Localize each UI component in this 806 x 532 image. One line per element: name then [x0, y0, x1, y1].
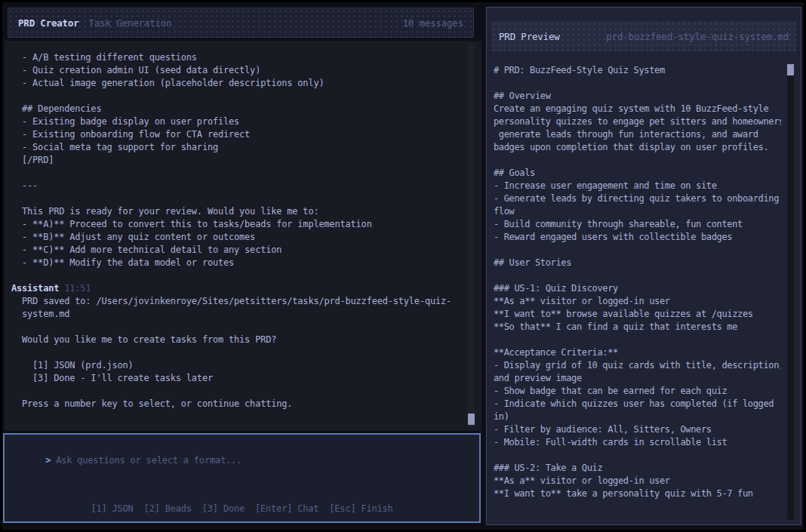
chat-line: - **B)** Adjust any quiz content or outc…: [11, 231, 465, 244]
chat-line: - **D)** Modify the data model or routes: [11, 257, 465, 269]
preview-line: - Reward engaged users with collectible …: [494, 231, 781, 244]
chat-line: Would you like me to create tasks from t…: [11, 334, 465, 346]
chat-line: [3] Done - I'll create tasks later: [11, 372, 465, 385]
chat-line-text: - Quiz creation admin UI (seed data dire…: [11, 65, 260, 75]
chat-line: Press a number key to select, or continu…: [11, 398, 465, 411]
preview-line: - Indicate which quizzes user has comple…: [494, 398, 781, 411]
chat-line: - **A)** Proceed to convert this to task…: [11, 218, 465, 231]
preview-line: **I want to** take a personality quiz wi…: [494, 487, 781, 500]
chat-line: - Quiz creation admin UI (seed data dire…: [11, 64, 465, 77]
input-placeholder: Ask questions or select a format...: [56, 455, 241, 466]
input-line[interactable]: >Ask questions or select a format...: [14, 441, 241, 454]
chat-scrollbar[interactable]: [468, 44, 475, 427]
preview-header: PRD Preview prd-buzzfeed-style-quiz-syst…: [491, 21, 796, 51]
preview-line: - Display grid of 10 quiz cards with tit…: [494, 359, 781, 372]
hotkey-hints: [1] JSON[2] Beads[3] Done[Enter] Chat[Es…: [5, 503, 479, 515]
preview-line: [494, 154, 781, 167]
chat-line-text: - Actual image generation (placeholder d…: [11, 78, 324, 88]
chat-line-text: - **D)** Modify the data model or routes: [11, 257, 234, 268]
chat-line: [11, 346, 465, 359]
preview-line: - Build community through shareable, fun…: [494, 218, 781, 231]
preview-line: - Generate leads by directing quiz taker…: [494, 192, 781, 205]
preview-line: Create an engaging quiz system with 10 B…: [494, 103, 781, 115]
preview-line: # PRD: BuzzFeed-Style Quiz System: [494, 64, 781, 77]
chat-line-text: Would you like me to create tasks from t…: [11, 334, 276, 345]
chat-line: [11, 90, 465, 103]
preview-line: in): [494, 411, 781, 423]
chat-line: [1] JSON (prd.json): [11, 359, 465, 372]
chat-line: - **C)** Add more technical detail to an…: [11, 244, 465, 257]
preview-line: [494, 77, 781, 90]
chat-line-text: ## Dependencies: [11, 103, 101, 114]
chat-line-text: [3] Done - I'll create tasks later: [11, 373, 213, 383]
preview-line: ## Overview: [494, 90, 781, 103]
preview-title: PRD Preview: [499, 31, 560, 42]
preview-filename: prd-buzzfeed-style-quiz-system.md: [606, 31, 789, 42]
chat-line: [11, 192, 465, 205]
preview-line: [494, 269, 781, 282]
chat-line: - Existing onboarding flow for CTA redir…: [11, 128, 465, 141]
preview-line: [494, 244, 781, 257]
preview-line: **As a** visitor or logged-in user: [494, 475, 781, 487]
preview-line: personality quizzes to engage pet sitter…: [494, 115, 781, 128]
chat-line-text: - Existing badge display on user profile…: [11, 116, 239, 127]
preview-line: - Mobile: Full-width cards in scrollable…: [494, 436, 781, 449]
chat-line: - Existing badge display on user profile…: [11, 115, 465, 128]
chat-line-text: - Social meta tag support for sharing: [11, 142, 218, 152]
hotkey-hint: [3] Done: [202, 503, 245, 515]
message-count-badge: 10 messages: [402, 17, 463, 29]
chat-line-text: Press a number key to select, or continu…: [11, 398, 292, 409]
chat-line: [11, 167, 465, 180]
preview-line: - Increase user engagement and time on s…: [494, 180, 781, 192]
chat-line-text: - **B)** Adjust any quiz content or outc…: [11, 232, 255, 242]
message-timestamp: 11:51: [64, 283, 91, 294]
chat-line: ## Dependencies: [11, 103, 465, 115]
chat-line-text: PRD saved to: /Users/jovinkenroye/Sites/…: [11, 296, 451, 306]
prompt-icon: >: [45, 455, 51, 466]
preview-line: flow: [494, 205, 781, 218]
preview-panel: PRD Preview prd-buzzfeed-style-quiz-syst…: [486, 7, 801, 525]
preview-line: ### US-2: Take a Quiz: [494, 462, 781, 475]
preview-line: [494, 334, 781, 346]
preview-line: and preview image: [494, 372, 781, 385]
chat-line: - Actual image generation (placeholder d…: [11, 77, 465, 90]
preview-line: ### US-1: Quiz Discovery: [494, 282, 781, 295]
chat-line: [11, 269, 465, 282]
chat-line: system.md: [11, 308, 465, 321]
chat-line-text: - **C)** Add more technical detail to an…: [11, 244, 281, 255]
chat-transcript: - A/B testing different questions - Quiz…: [5, 41, 481, 431]
chat-line: [11, 385, 465, 398]
preview-line: **So that** I can find a quiz that inter…: [494, 321, 781, 334]
preview-line: ## User Stories: [494, 257, 781, 269]
chat-line: This PRD is ready for your review. Would…: [11, 205, 465, 218]
chat-lines: - A/B testing different questions - Quiz…: [11, 51, 465, 411]
chat-line: [/PRD]: [11, 154, 465, 167]
chat-line-text: [1] JSON (prd.json): [11, 360, 134, 371]
speaker-label: Assistant: [11, 283, 59, 294]
hotkey-hint: [1] JSON: [91, 503, 133, 515]
hotkey-hint: [Esc] Finish: [329, 503, 392, 515]
chat-line-text: ---: [11, 180, 38, 191]
view-title: Task Generation: [89, 17, 172, 29]
preview-line: - Filter by audience: All, Sitters, Owne…: [494, 423, 781, 436]
preview-line: **I want to** browse available quizzes a…: [494, 308, 781, 321]
chat-input[interactable]: >Ask questions or select a format... [1]…: [3, 433, 481, 523]
preview-line: - Show badge that can be earned for each…: [494, 385, 781, 398]
chat-line-text: [/PRD]: [11, 155, 54, 165]
preview-scrollbar[interactable]: [787, 64, 794, 520]
chat-line: ---: [11, 180, 465, 192]
preview-scrollbar-thumb[interactable]: [787, 64, 794, 75]
preview-content: # PRD: BuzzFeed-Style Quiz System## Over…: [494, 64, 781, 500]
chat-line: - Social meta tag support for sharing: [11, 141, 465, 154]
chat-line-text: - A/B testing different questions: [11, 52, 197, 63]
chat-header: PRD Creator Task Generation 10 messages: [8, 8, 474, 38]
chat-line-text: - Existing onboarding flow for CTA redir…: [11, 129, 250, 140]
chat-line-text: - **A)** Proceed to convert this to task…: [11, 219, 372, 229]
preview-line: **As a** visitor or logged-in user: [494, 295, 781, 308]
preview-line: badges upon completion that display on u…: [494, 141, 781, 154]
chat-scrollbar-thumb[interactable]: [468, 414, 475, 425]
chat-line-text: system.md: [11, 309, 69, 319]
preview-line: ## Goals: [494, 167, 781, 180]
hotkey-hint: [Enter] Chat: [255, 503, 318, 515]
chat-line-text: This PRD is ready for your review. Would…: [11, 206, 318, 217]
